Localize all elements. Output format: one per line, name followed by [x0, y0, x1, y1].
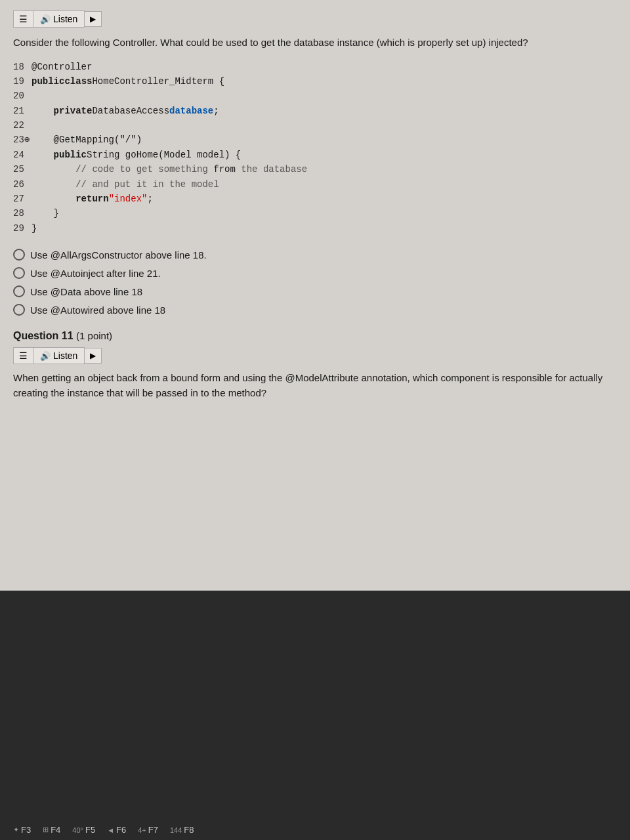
options-list: Use @AllArgsConstructor above line 18. U… — [13, 249, 617, 316]
code-line-23: 23⊕ @GetMapping("/") — [13, 133, 617, 147]
question10-text: Consider the following Controller. What … — [13, 35, 617, 51]
option-2-label: Use @Autoinject after line 21. — [30, 268, 161, 279]
bottom-taskbar: ✦ F3 ⊞ F4 40° F5 ◄ F6 4+ F7 144 F8 — [0, 591, 630, 840]
fn-key-f8: 144 F8 — [170, 825, 194, 835]
option-4[interactable]: Use @Autowired above line 18 — [13, 304, 617, 316]
fn-key-f7: 4+ F7 — [138, 825, 158, 835]
fn-key-f5: 40° F5 — [72, 825, 95, 835]
code-line-21: 21 private DatabaseAccess database ; — [13, 104, 617, 118]
fn-key-f3: ✦ F3 — [13, 825, 31, 835]
option-2[interactable]: Use @Autoinject after line 21. — [13, 267, 617, 279]
option-3[interactable]: Use @Data above line 18 — [13, 285, 617, 297]
listen-label: Listen — [53, 14, 77, 24]
toolbar-q11: ☰ 🔊 Listen ▶ — [13, 347, 617, 364]
fn-key-f6: ◄ F6 — [107, 825, 126, 835]
fn-keys-row: ✦ F3 ⊞ F4 40° F5 ◄ F6 4+ F7 144 F8 — [13, 825, 194, 835]
toolbar-q10: ☰ 🔊 Listen ▶ — [13, 10, 617, 28]
radio-option-1[interactable] — [13, 249, 25, 261]
code-line-22: 22 — [13, 118, 617, 133]
code-line-19: 19 public class HomeController_Midterm { — [13, 74, 617, 89]
radio-option-4[interactable] — [13, 304, 25, 316]
listen-label-2: Listen — [53, 350, 77, 361]
code-line-18: 18 @Controller — [13, 60, 617, 74]
option-1-label: Use @AllArgsConstructor above line 18. — [30, 249, 207, 261]
code-line-24: 24 public String goHome(Model model) { — [13, 148, 617, 162]
code-line-26: 26 // and put it in the model — [13, 177, 617, 192]
menu-icon[interactable]: ☰ — [13, 10, 33, 28]
listen-button-2[interactable]: 🔊 Listen — [33, 347, 85, 364]
question11-label: Question 11 — [13, 330, 74, 341]
option-4-label: Use @Autowired above line 18 — [30, 304, 165, 316]
play-button-2[interactable]: ▶ — [85, 348, 102, 364]
option-1[interactable]: Use @AllArgsConstructor above line 18. — [13, 249, 617, 261]
question11-text: When getting an object back from a bound… — [13, 371, 617, 400]
code-block: 18 @Controller 19 public class HomeContr… — [13, 60, 617, 236]
code-line-29: 29 } — [13, 221, 617, 236]
code-line-28: 28 } — [13, 206, 617, 220]
play-button[interactable]: ▶ — [85, 11, 102, 27]
sound-icon: 🔊 — [40, 14, 51, 24]
code-line-20: 20 — [13, 89, 617, 103]
listen-button[interactable]: 🔊 Listen — [33, 10, 85, 28]
play-icon: ▶ — [90, 14, 96, 24]
play-icon-2: ▶ — [90, 351, 96, 360]
sound-icon-2: 🔊 — [40, 351, 51, 361]
radio-option-3[interactable] — [13, 285, 25, 297]
question11-header: Question 11 (1 point) — [13, 330, 617, 342]
code-line-25: 25 // code to get something from the dat… — [13, 162, 617, 177]
fn-key-f4: ⊞ F4 — [43, 825, 60, 835]
code-line-27: 27 return "index" ; — [13, 192, 617, 206]
radio-option-2[interactable] — [13, 267, 25, 279]
question11-points: (1 point) — [76, 330, 112, 341]
menu-icon-2[interactable]: ☰ — [13, 347, 33, 364]
option-3-label: Use @Data above line 18 — [30, 286, 142, 297]
